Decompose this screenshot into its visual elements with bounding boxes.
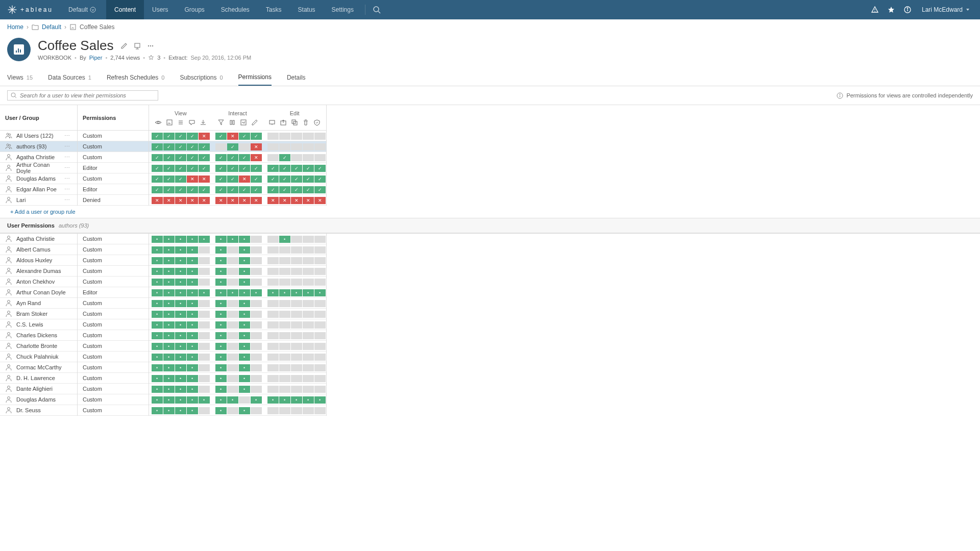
- rule-row[interactable]: Edgar Allan Poe⋯: [0, 184, 77, 195]
- perm-cell[interactable]: [175, 246, 186, 254]
- perm-cell[interactable]: [251, 268, 262, 275]
- perm-cell[interactable]: [175, 396, 186, 404]
- perm-cell[interactable]: [175, 375, 186, 382]
- perm-cell[interactable]: [279, 300, 290, 307]
- perm-cell[interactable]: [291, 236, 302, 243]
- perm-cell[interactable]: [291, 407, 302, 414]
- more-actions-icon[interactable]: [147, 42, 154, 49]
- perm-cell[interactable]: [227, 332, 238, 339]
- nav-content[interactable]: Content: [106, 0, 144, 19]
- perm-cell[interactable]: [291, 143, 302, 151]
- perm-cell[interactable]: [175, 332, 186, 339]
- perm-cell[interactable]: [163, 354, 175, 361]
- perm-cell[interactable]: [215, 354, 227, 361]
- perm-cell[interactable]: [279, 279, 290, 286]
- perm-cell[interactable]: [152, 321, 163, 329]
- perm-cell[interactable]: [163, 165, 175, 172]
- perm-cell[interactable]: [303, 343, 314, 350]
- perm-cell[interactable]: [152, 154, 163, 161]
- perm-cell[interactable]: [267, 354, 279, 361]
- perm-cell[interactable]: [175, 236, 186, 243]
- perm-cell[interactable]: [152, 133, 163, 140]
- perm-cell[interactable]: [187, 407, 198, 414]
- user-row[interactable]: Albert Camus: [0, 244, 77, 255]
- perm-cell[interactable]: [152, 343, 163, 350]
- perm-cell[interactable]: [152, 165, 163, 172]
- perm-cell[interactable]: [163, 386, 175, 393]
- rule-role[interactable]: Editor: [78, 163, 149, 173]
- perm-cell[interactable]: [314, 268, 326, 275]
- user-row[interactable]: Dante Alighieri: [0, 384, 77, 394]
- perm-cell[interactable]: [152, 197, 163, 204]
- perm-cell[interactable]: [314, 300, 326, 307]
- perm-cell[interactable]: [251, 375, 262, 382]
- perm-cell[interactable]: [187, 311, 198, 318]
- perm-cell[interactable]: [239, 176, 250, 183]
- perm-cell[interactable]: [239, 289, 250, 296]
- perm-cell[interactable]: [251, 300, 262, 307]
- perm-cell[interactable]: [199, 186, 210, 193]
- perm-cell[interactable]: [267, 289, 279, 296]
- perm-cell[interactable]: [175, 279, 186, 286]
- perm-cell[interactable]: [267, 321, 279, 329]
- perm-cell[interactable]: [279, 186, 290, 193]
- perm-cell[interactable]: [279, 375, 290, 382]
- perm-cell[interactable]: [279, 133, 290, 140]
- perm-cell[interactable]: [199, 354, 210, 361]
- perm-cell[interactable]: [187, 375, 198, 382]
- perm-cell[interactable]: [227, 354, 238, 361]
- perm-cell[interactable]: [163, 364, 175, 371]
- perm-cell[interactable]: [251, 176, 262, 183]
- perm-cell[interactable]: [187, 279, 198, 286]
- perm-cell[interactable]: [175, 364, 186, 371]
- perm-cell[interactable]: [187, 186, 198, 193]
- perm-cell[interactable]: [314, 343, 326, 350]
- perm-cell[interactable]: [239, 236, 250, 243]
- perm-cell[interactable]: [303, 154, 314, 161]
- perm-cell[interactable]: [227, 143, 238, 151]
- perm-cell[interactable]: [267, 311, 279, 318]
- perm-cell[interactable]: [279, 407, 290, 414]
- perm-cell[interactable]: [215, 289, 227, 296]
- perm-cell[interactable]: [227, 268, 238, 275]
- perm-cell[interactable]: [227, 246, 238, 254]
- perm-cell[interactable]: [251, 396, 262, 404]
- info-icon[interactable]: [903, 6, 912, 14]
- perm-cell[interactable]: [175, 407, 186, 414]
- perm-cell[interactable]: [227, 257, 238, 264]
- perm-cell[interactable]: [291, 154, 302, 161]
- perm-cell[interactable]: [267, 154, 279, 161]
- perm-cell[interactable]: [187, 257, 198, 264]
- user-row[interactable]: Ayn Rand: [0, 298, 77, 309]
- perm-cell[interactable]: [152, 257, 163, 264]
- perm-cell[interactable]: [163, 300, 175, 307]
- perm-cell[interactable]: [239, 343, 250, 350]
- perm-cell[interactable]: [187, 364, 198, 371]
- perm-cell[interactable]: [267, 186, 279, 193]
- perm-cell[interactable]: [227, 300, 238, 307]
- perm-cell[interactable]: [239, 332, 250, 339]
- perm-cell[interactable]: [251, 165, 262, 172]
- perm-cell[interactable]: [215, 396, 227, 404]
- owner-link[interactable]: Piper: [89, 55, 103, 61]
- perm-cell[interactable]: [267, 343, 279, 350]
- perm-cell[interactable]: [291, 396, 302, 404]
- perm-cell[interactable]: [291, 133, 302, 140]
- perm-cell[interactable]: [303, 289, 314, 296]
- perm-cell[interactable]: [303, 279, 314, 286]
- perm-cell[interactable]: [239, 300, 250, 307]
- perm-cell[interactable]: [199, 257, 210, 264]
- tab-subscriptions[interactable]: Subscriptions0: [180, 69, 223, 86]
- perm-cell[interactable]: [152, 375, 163, 382]
- perm-cell[interactable]: [314, 354, 326, 361]
- perm-cell[interactable]: [152, 279, 163, 286]
- perm-cell[interactable]: [314, 289, 326, 296]
- perm-cell[interactable]: [175, 154, 186, 161]
- rule-role[interactable]: Custom: [78, 152, 149, 163]
- perm-cell[interactable]: [199, 268, 210, 275]
- perm-cell[interactable]: [152, 396, 163, 404]
- user-row[interactable]: Douglas Adams: [0, 394, 77, 405]
- tab-refresh-schedules[interactable]: Refresh Schedules0: [107, 69, 165, 86]
- perm-cell[interactable]: [152, 268, 163, 275]
- perm-cell[interactable]: [199, 300, 210, 307]
